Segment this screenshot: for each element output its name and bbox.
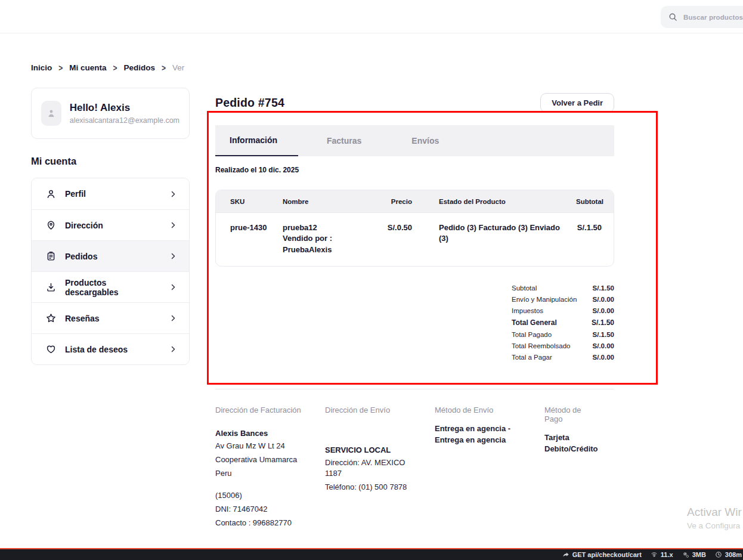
shipping-method-heading: Método de Envío <box>435 406 531 414</box>
total-label: Total Reembolsado <box>512 342 570 349</box>
page-title: Pedido #754 <box>215 96 284 110</box>
chevron-right-icon <box>169 190 177 198</box>
order-tabs: Información Facturas Envíos <box>215 125 614 156</box>
chevron-right-icon <box>169 252 177 260</box>
billing-line: Cooperativa Umamarca <box>215 454 312 465</box>
breadcrumb-current: Ver <box>172 63 184 72</box>
item-name: prueba12 <box>283 222 372 233</box>
order-detail: Pedido #754 Volver a Pedir Información F… <box>215 92 614 528</box>
total-row-a-pagar: Total a PagarS/.0.00 <box>512 351 614 363</box>
payment-method: Método de Pago Tarjeta Debito/Crédito <box>544 406 614 528</box>
total-value: S/.0.00 <box>593 342 614 349</box>
sidebar-item-lista-de-deseos[interactable]: Lista de deseos <box>32 333 189 364</box>
billing-heading: Dirección de Facturación <box>215 406 312 414</box>
billing-name: Alexis Bances <box>215 429 312 438</box>
billing-dni: DNI: 71467042 <box>215 504 312 515</box>
sidebar-item-label: Perfil <box>65 189 160 199</box>
watermark-line2: Ve a Configura <box>687 521 742 530</box>
download-icon <box>46 282 56 292</box>
payment-method-value: Tarjeta Debito/Crédito <box>544 432 601 455</box>
shipping-method: Método de Envío Entrega en agencia - Ent… <box>435 406 544 528</box>
billing-line: Peru <box>215 468 312 479</box>
chevron-right-icon <box>169 221 177 229</box>
debugbar: GET api/checkout/cart 11.x 3MB 308m <box>0 548 743 560</box>
tab-informacion[interactable]: Información <box>215 125 298 156</box>
windows-activation-watermark: Activar Wir Ve a Configura <box>687 506 742 530</box>
col-precio: Precio <box>378 198 417 205</box>
search-input[interactable] <box>683 14 743 21</box>
total-row-total-general: Total GeneralS/.1.50 <box>512 316 614 329</box>
top-header <box>0 0 743 33</box>
sidebar-item-label: Reseñas <box>65 314 160 323</box>
heart-icon <box>46 344 56 354</box>
total-row-impuestos: ImpuestosS/.0.00 <box>512 305 614 316</box>
sidebar-item-label: Lista de deseos <box>65 345 160 354</box>
route-arrow-icon <box>562 551 569 558</box>
shipping-phone: Teléfono: (01) 500 7878 <box>325 482 422 493</box>
order-header: Pedido #754 Volver a Pedir <box>215 92 614 113</box>
total-row-envio: Envío y ManipulaciónS/.0.00 <box>512 293 614 305</box>
debugbar-memory-label: 3MB <box>692 551 706 558</box>
total-row-reembolsado: Total ReembolsadoS/.0.00 <box>512 340 614 351</box>
col-estado: Estado del Producto <box>417 198 576 205</box>
item-price: S/.0.50 <box>378 222 417 255</box>
star-icon <box>46 313 56 323</box>
chevron-separator-icon: > <box>58 63 63 72</box>
sidebar-item-perfil[interactable]: Perfil <box>32 178 189 209</box>
breadcrumb: Inicio > Mi cuenta > Pedidos > Ver <box>31 63 184 72</box>
tab-facturas[interactable]: Facturas <box>298 125 383 156</box>
breadcrumb-mi-cuenta[interactable]: Mi cuenta <box>69 63 106 72</box>
total-label: Impuestos <box>512 307 543 314</box>
debugbar-time[interactable]: 308m <box>715 551 742 558</box>
total-row-pagado: Total PagadoS/.1.50 <box>512 329 614 340</box>
table-row: prue-1430 prueba12 Vendido por : PruebaA… <box>216 213 614 266</box>
shipping-name: SERVICIO LOCAL <box>325 445 422 454</box>
sidebar-item-resenas[interactable]: Reseñas <box>32 302 189 333</box>
total-value: S/.0.00 <box>593 354 614 361</box>
debugbar-version-label: 11.x <box>661 551 673 558</box>
chevron-right-icon <box>169 283 177 291</box>
chevron-right-icon <box>169 314 177 322</box>
debugbar-time-label: 308m <box>725 551 742 558</box>
total-row-subtotal: SubtotalS/.1.50 <box>512 282 614 293</box>
total-value: S/.1.50 <box>593 331 614 338</box>
total-label: Total Pagado <box>512 331 552 338</box>
section-divider <box>215 389 614 389</box>
col-subtotal: Subtotal <box>576 198 614 205</box>
location-pin-icon <box>46 220 56 230</box>
order-view-page: Inicio > Mi cuenta > Pedidos > Ver Hello… <box>0 0 743 560</box>
item-seller: PruebaAlexis <box>283 245 372 255</box>
tab-envios[interactable]: Envíos <box>383 125 460 156</box>
shipping-address: Dirección de Envío SERVICIO LOCAL Direcc… <box>325 406 435 528</box>
sidebar-item-direccion[interactable]: Dirección <box>32 209 189 240</box>
total-label: Total General <box>512 318 557 327</box>
debugbar-memory[interactable]: 3MB <box>682 551 706 558</box>
user-greeting: Hello! Alexis <box>70 102 179 114</box>
item-status: Pedido (3) Facturado (3) Enviado (3) <box>417 222 576 255</box>
order-totals: SubtotalS/.1.50 Envío y ManipulaciónS/.0… <box>512 282 614 363</box>
billing-line: Av Grau Mz W Lt 24 <box>215 441 312 451</box>
sidebar-item-pedidos[interactable]: Pedidos <box>32 240 189 271</box>
sidebar-item-productos-descargables[interactable]: Productos descargables <box>32 271 189 302</box>
breadcrumb-inicio[interactable]: Inicio <box>31 63 52 72</box>
product-search[interactable] <box>661 6 743 28</box>
sidebar-item-label: Productos descargables <box>65 278 160 297</box>
item-name-cell: prueba12 Vendido por : PruebaAlexis <box>283 222 378 255</box>
shipping-method-value: Entrega en agencia - Entrega en agencia <box>435 423 531 446</box>
item-sku: prue-1430 <box>216 222 283 255</box>
chevron-separator-icon: > <box>113 63 117 72</box>
col-nombre: Nombre <box>283 198 378 205</box>
shipping-line: Dirección: AV. MEXICO 1187 <box>325 457 422 479</box>
chevron-separator-icon: > <box>162 63 166 72</box>
watermark-line1: Activar Wir <box>687 506 742 519</box>
order-items-table: SKU Nombre Precio Estado del Producto Su… <box>215 190 614 267</box>
clipboard-icon <box>46 251 56 261</box>
reorder-button[interactable]: Volver a Pedir <box>540 93 614 113</box>
debugbar-version[interactable]: 11.x <box>651 551 673 558</box>
breadcrumb-pedidos[interactable]: Pedidos <box>124 63 156 72</box>
debugbar-request[interactable]: GET api/checkout/cart <box>562 551 642 558</box>
order-date: Realizado el 10 dic. 2025 <box>215 166 614 174</box>
item-subtotal: S/.1.50 <box>576 222 614 255</box>
item-sold-by-label: Vendido por : <box>283 233 372 244</box>
search-icon <box>668 13 677 21</box>
